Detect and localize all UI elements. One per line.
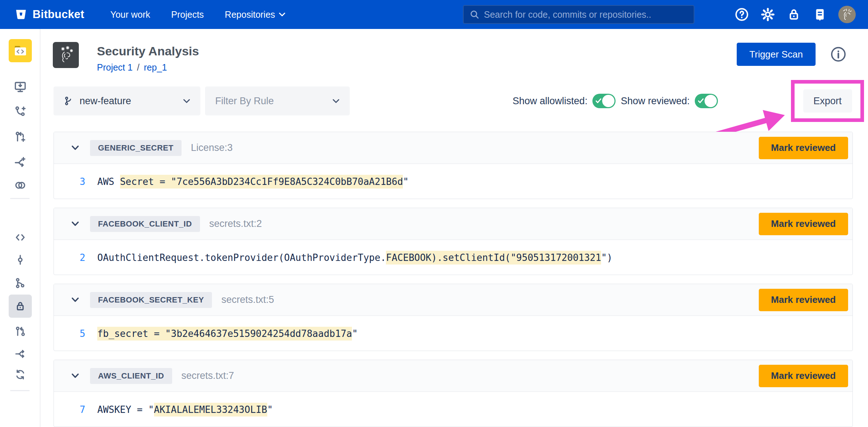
show-reviewed-toggle[interactable] — [695, 94, 718, 108]
settings-gear-icon[interactable] — [760, 7, 775, 22]
collapse-chevron-icon[interactable] — [71, 221, 79, 227]
code-line: OAuthClientRequest.tokenProvider(OAuthPr… — [97, 252, 612, 263]
mark-reviewed-button[interactable]: Mark reviewed — [759, 137, 848, 159]
annotation-highlight-box: Export — [791, 80, 864, 122]
mark-reviewed-button[interactable]: Mark reviewed — [759, 365, 848, 387]
branches-icon[interactable] — [13, 276, 27, 290]
sync-icon[interactable] — [13, 367, 27, 382]
search-input[interactable] — [484, 9, 688, 20]
breadcrumb-repo-link[interactable]: rep_1 — [144, 62, 167, 73]
code-line: fb_secret = "3b2e464637e5159024254dd78aa… — [97, 328, 358, 339]
rule-filter-placeholder: Filter By Rule — [215, 96, 274, 107]
chevron-down-icon — [279, 12, 285, 17]
nav-menu: Your work Projects Repositories — [110, 9, 285, 20]
secret-highlight: fb_secret = "3b2e464637e5159024254dd78aa… — [97, 327, 352, 341]
breadcrumb-project-link[interactable]: Project 1 — [97, 62, 133, 73]
security-lock-item[interactable] — [9, 295, 32, 318]
collapse-chevron-icon[interactable] — [71, 297, 79, 303]
branch-selector-value: new-feature — [80, 96, 131, 107]
finding-code: 7 AWSKEY = "AKIALALEMEL33243OLIB" — [54, 392, 852, 427]
chevron-down-icon — [332, 99, 340, 103]
create-branch-icon[interactable] — [13, 104, 27, 119]
secret-highlight: Secret = "7ce556A3bD234Cc1Ff9E8A5C324C0b… — [120, 175, 403, 189]
finding-card: GENERIC_SECRET License:3 Mark reviewed 3… — [54, 132, 853, 199]
pull-requests-icon[interactable] — [13, 324, 27, 339]
finding-location: secrets.txt:2 — [209, 218, 262, 229]
trigger-scan-button[interactable]: Trigger Scan — [737, 43, 816, 66]
breadcrumb: Project 1 / rep_1 — [97, 62, 167, 73]
top-navbar: Bitbucket Your work Projects Repositorie… — [0, 0, 868, 29]
rule-badge: FACEBOOK_SECRET_KEY — [90, 292, 212, 308]
mark-reviewed-button[interactable]: Mark reviewed — [759, 289, 848, 311]
code-line: AWSKEY = "AKIALALEMEL33243OLIB" — [97, 404, 273, 415]
code-line: AWS Secret = "7ce556A3bD234Cc1Ff9E8A5C32… — [97, 176, 409, 187]
help-icon[interactable] — [734, 7, 749, 22]
rule-badge: FACEBOOK_CLIENT_ID — [90, 216, 200, 232]
finding-card: FACEBOOK_CLIENT_ID secrets.txt:2 Mark re… — [54, 208, 853, 275]
check-icon — [596, 98, 601, 103]
nav-actions — [734, 0, 856, 29]
show-reviewed-label: Show reviewed: — [621, 96, 690, 107]
nav-item-your-work[interactable]: Your work — [110, 9, 150, 20]
breadcrumb-separator: / — [137, 62, 140, 73]
finding-location: secrets.txt:5 — [221, 294, 274, 305]
check-icon — [698, 98, 704, 103]
collapse-chevron-icon[interactable] — [71, 145, 79, 151]
show-allowlisted-label: Show allowlisted: — [512, 96, 587, 107]
page-title: Security Analysis — [97, 44, 199, 58]
export-button[interactable]: Export — [803, 89, 852, 113]
line-number: 3 — [54, 176, 85, 187]
repo-sidebar — [0, 29, 41, 427]
lock-icon[interactable] — [786, 7, 801, 22]
create-pipeline-icon[interactable] — [13, 155, 27, 169]
visibility-toggles: Show allowlisted: Show reviewed: — [512, 86, 718, 115]
bitbucket-logo[interactable]: Bitbucket — [14, 8, 84, 21]
security-app-avatar — [53, 42, 79, 68]
sidebar-divider — [10, 390, 30, 391]
toggle-knob — [705, 95, 717, 107]
finding-header: AWS_CLIENT_ID secrets.txt:7 Mark reviewe… — [54, 360, 852, 392]
line-number: 2 — [54, 252, 85, 263]
nav-item-repositories[interactable]: Repositories — [225, 9, 285, 20]
finding-location: secrets.txt:7 — [182, 370, 234, 381]
clone-icon[interactable] — [13, 80, 27, 94]
compare-icon[interactable] — [13, 178, 27, 193]
user-avatar[interactable] — [838, 6, 856, 23]
show-allowlisted-toggle[interactable] — [592, 94, 616, 108]
line-number: 5 — [54, 328, 85, 339]
rule-badge: GENERIC_SECRET — [90, 140, 182, 156]
search-icon — [469, 9, 480, 20]
secret-highlight: AKIALALEMEL33243OLIB — [154, 403, 267, 417]
global-search[interactable] — [463, 5, 694, 24]
finding-code: 2 OAuthClientRequest.tokenProvider(OAuth… — [54, 240, 852, 275]
branch-icon — [64, 96, 74, 106]
rule-filter-dropdown[interactable]: Filter By Rule — [205, 86, 350, 115]
finding-code: 3 AWS Secret = "7ce556A3bD234Cc1Ff9E8A5C… — [54, 164, 852, 199]
security-lock-icon — [14, 300, 26, 312]
finding-card: AWS_CLIENT_ID secrets.txt:7 Mark reviewe… — [54, 360, 853, 427]
collapse-chevron-icon[interactable] — [71, 373, 79, 379]
create-pull-request-icon[interactable] — [13, 130, 27, 144]
source-code-icon[interactable] — [13, 230, 27, 245]
chevron-down-icon — [183, 99, 190, 103]
finding-location: License:3 — [191, 142, 233, 153]
bitbucket-bucket-icon — [14, 8, 27, 21]
forks-icon[interactable] — [13, 347, 27, 361]
finding-card: FACEBOOK_SECRET_KEY secrets.txt:5 Mark r… — [54, 284, 853, 351]
security-analysis-page: Bitbucket Your work Projects Repositorie… — [0, 0, 868, 427]
info-icon[interactable] — [830, 46, 846, 62]
finding-code: 5 fb_secret = "3b2e464637e5159024254dd78… — [54, 316, 852, 351]
line-number: 7 — [54, 404, 85, 415]
nav-item-projects[interactable]: Projects — [171, 9, 204, 20]
mark-reviewed-button[interactable]: Mark reviewed — [759, 213, 848, 235]
finding-header: FACEBOOK_SECRET_KEY secrets.txt:5 Mark r… — [54, 284, 852, 316]
rule-badge: AWS_CLIENT_ID — [90, 368, 172, 384]
sidebar-divider — [10, 198, 30, 199]
toggle-knob — [602, 95, 614, 107]
feedback-icon[interactable] — [812, 7, 827, 22]
repository-avatar[interactable] — [9, 39, 32, 62]
secret-highlight: FACEBOOK).setClientId("950513172001321 — [386, 251, 601, 265]
finding-header: FACEBOOK_CLIENT_ID secrets.txt:2 Mark re… — [54, 208, 852, 240]
commits-icon[interactable] — [13, 253, 27, 267]
branch-selector-dropdown[interactable]: new-feature — [54, 86, 200, 115]
